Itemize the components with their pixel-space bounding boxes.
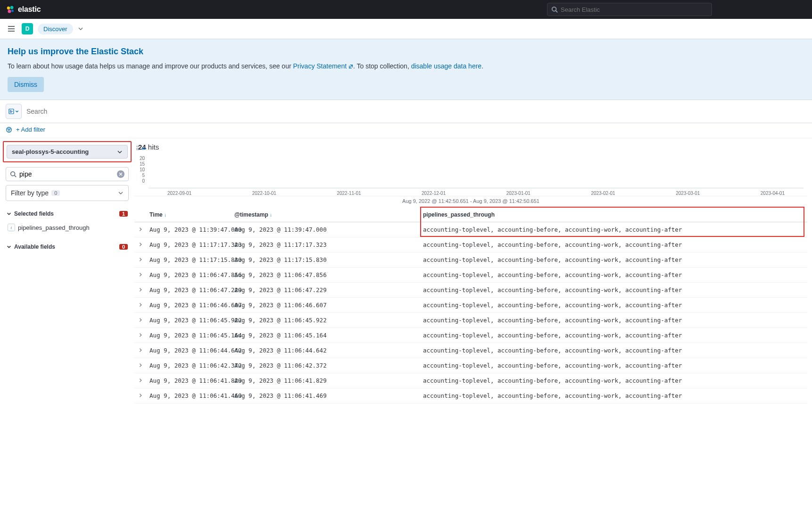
global-search-input[interactable] (561, 6, 708, 13)
collapse-arrow-icon[interactable]: ⇤ (142, 145, 147, 152)
table-row[interactable]: Aug 9, 2023 @ 11:06:46.607Aug 9, 2023 @ … (134, 298, 807, 313)
expand-column-header (134, 208, 147, 222)
field-search[interactable] (6, 167, 129, 181)
cell-pipelines: accounting-toplevel, accounting-before, … (420, 298, 807, 313)
table-row[interactable]: Aug 9, 2023 @ 11:06:42.372Aug 9, 2023 @ … (134, 358, 807, 373)
app-name-pill[interactable]: Discover (38, 24, 73, 34)
dismiss-button[interactable]: Dismiss (8, 77, 44, 92)
svg-point-2 (8, 10, 11, 13)
chevron-right-icon (138, 302, 143, 307)
index-pattern-selector[interactable]: seal-plossys-5-accounting (7, 145, 128, 159)
query-input[interactable] (25, 105, 806, 118)
table-row[interactable]: Aug 9, 2023 @ 11:06:44.642Aug 9, 2023 @ … (134, 343, 807, 358)
table-row[interactable]: Aug 9, 2023 @ 11:39:47.000Aug 9, 2023 @ … (134, 222, 807, 237)
disable-usage-link[interactable]: disable usage data here (411, 62, 481, 70)
cell-timestamp: Aug 9, 2023 @ 11:06:41.469 (232, 388, 420, 403)
cell-time: Aug 9, 2023 @ 11:39:47.000 (147, 222, 232, 237)
sort-desc-icon: ↓ (164, 212, 166, 218)
global-topbar: elastic (0, 0, 812, 19)
query-language-button[interactable] (6, 104, 22, 119)
index-pattern-name: seal-plossys-5-accounting (12, 148, 89, 155)
cell-time: Aug 9, 2023 @ 11:06:45.922 (147, 313, 232, 328)
table-row[interactable]: Aug 9, 2023 @ 11:06:47.856Aug 9, 2023 @ … (134, 268, 807, 283)
search-icon (10, 171, 17, 177)
cell-pipelines: accounting-toplevel, accounting-before, … (420, 237, 807, 252)
column-header-pipelines[interactable]: pipelines_passed_through (420, 208, 807, 222)
expand-row-button[interactable] (134, 268, 147, 283)
expand-row-button[interactable] (134, 252, 147, 268)
cell-timestamp: Aug 9, 2023 @ 11:06:42.372 (232, 358, 420, 373)
svg-point-17 (11, 172, 15, 176)
column-header-timestamp[interactable]: @timestamp ↓ (232, 208, 420, 222)
expand-row-button[interactable] (134, 237, 147, 252)
cell-pipelines: accounting-toplevel, accounting-before, … (420, 373, 807, 388)
field-name: pipelines_passed_through (18, 224, 90, 231)
chevron-right-icon (138, 227, 143, 232)
column-header-time[interactable]: Time ↓ (147, 208, 232, 222)
query-bar (0, 100, 812, 123)
cell-timestamp: Aug 9, 2023 @ 11:06:46.607 (232, 298, 420, 313)
selected-fields-header[interactable]: Selected fields 1 (6, 208, 129, 220)
filter-by-type[interactable]: Filter by type 0 (6, 185, 129, 201)
field-item-pipelines[interactable]: t pipelines_passed_through (6, 220, 129, 235)
privacy-link[interactable]: Privacy Statement (293, 62, 353, 70)
chevron-right-icon (138, 378, 143, 383)
expand-row-button[interactable] (134, 313, 147, 328)
drag-handle-icon[interactable]: ⠿ (136, 145, 140, 152)
chevron-down-icon (117, 149, 123, 155)
chevron-down-icon[interactable] (78, 26, 83, 32)
table-row[interactable]: Aug 9, 2023 @ 11:06:41.829Aug 9, 2023 @ … (134, 373, 807, 388)
selected-fields-label: Selected fields (14, 210, 54, 217)
field-search-input[interactable] (19, 170, 114, 178)
available-fields-header[interactable]: Available fields 0 (6, 241, 129, 253)
expand-row-button[interactable] (134, 222, 147, 237)
brand-name: elastic (18, 5, 41, 14)
cell-pipelines: accounting-toplevel, accounting-before, … (420, 222, 807, 237)
brand-logo[interactable]: elastic (6, 5, 41, 14)
cell-time: Aug 9, 2023 @ 11:06:41.469 (147, 388, 232, 403)
expand-row-button[interactable] (134, 283, 147, 298)
histogram-chart[interactable]: 20 15 10 5 0 2022-09-01 2022-10-01 2022-… (134, 154, 807, 196)
cell-timestamp: Aug 9, 2023 @ 11:06:47.856 (232, 268, 420, 283)
cell-timestamp: Aug 9, 2023 @ 11:06:41.829 (232, 373, 420, 388)
add-filter-button[interactable]: + Add filter (16, 126, 45, 133)
expand-row-button[interactable] (134, 388, 147, 403)
table-row[interactable]: Aug 9, 2023 @ 11:06:45.164Aug 9, 2023 @ … (134, 328, 807, 343)
filter-by-type-label: Filter by type (11, 189, 49, 197)
sidebar-collapse-controls[interactable]: ⠿ ⇤ (136, 145, 147, 152)
sidebar: seal-plossys-5-accounting ⠿ ⇤ Filter by … (0, 138, 134, 403)
svg-line-5 (556, 11, 558, 13)
available-fields-count: 0 (119, 244, 128, 250)
search-icon (551, 6, 558, 13)
x-axis-line (149, 188, 804, 188)
table-row[interactable]: Aug 9, 2023 @ 11:17:15.830Aug 9, 2023 @ … (134, 252, 807, 268)
svg-line-18 (15, 176, 17, 177)
date-range-label: Aug 9, 2022 @ 11:42:50.651 - Aug 9, 2023… (134, 196, 807, 208)
table-row[interactable]: Aug 9, 2023 @ 11:06:47.229Aug 9, 2023 @ … (134, 283, 807, 298)
chevron-down-icon (118, 190, 124, 196)
expand-row-button[interactable] (134, 328, 147, 343)
kql-icon (8, 109, 14, 114)
svg-point-0 (7, 7, 10, 9)
clear-search-button[interactable] (117, 170, 124, 178)
telemetry-banner: Help us improve the Elastic Stack To lea… (0, 39, 812, 100)
chevron-down-icon (7, 244, 11, 249)
expand-row-button[interactable] (134, 358, 147, 373)
external-link-icon (348, 64, 353, 69)
expand-row-button[interactable] (134, 373, 147, 388)
table-row[interactable]: Aug 9, 2023 @ 11:17:17.323Aug 9, 2023 @ … (134, 237, 807, 252)
expand-row-button[interactable] (134, 343, 147, 358)
table-row[interactable]: Aug 9, 2023 @ 11:06:41.469Aug 9, 2023 @ … (134, 388, 807, 403)
field-type-text-icon: t (8, 224, 15, 231)
global-search[interactable] (547, 3, 712, 16)
cell-timestamp: Aug 9, 2023 @ 11:06:44.642 (232, 343, 420, 358)
cell-time: Aug 9, 2023 @ 11:06:41.829 (147, 373, 232, 388)
filter-icon[interactable] (6, 126, 12, 133)
nav-menu-button[interactable] (6, 23, 17, 34)
expand-row-button[interactable] (134, 298, 147, 313)
hits-header: 24 hits (134, 138, 807, 154)
table-row[interactable]: Aug 9, 2023 @ 11:06:45.922Aug 9, 2023 @ … (134, 313, 807, 328)
cell-time: Aug 9, 2023 @ 11:17:17.323 (147, 237, 232, 252)
space-avatar[interactable]: D (22, 23, 33, 34)
index-pattern-highlight: seal-plossys-5-accounting (3, 141, 132, 162)
